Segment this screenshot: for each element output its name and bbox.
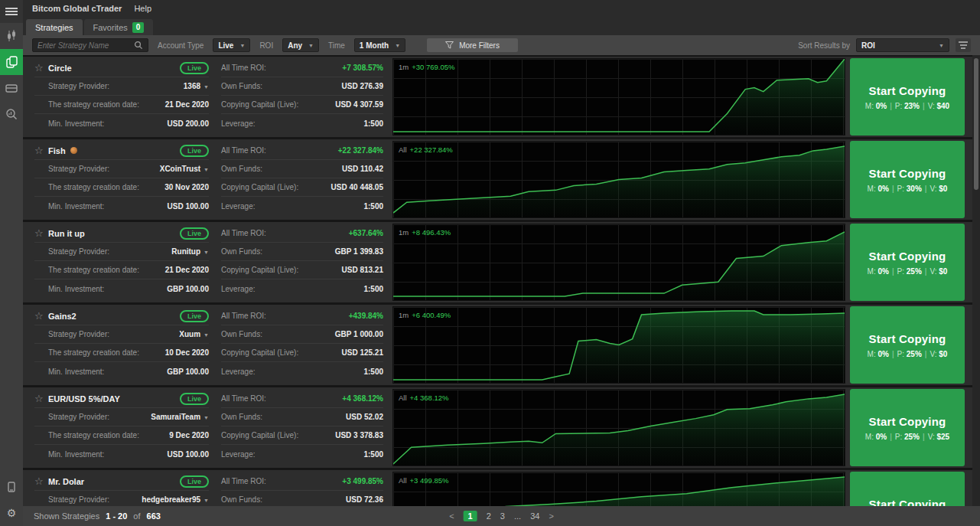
favorite-star-icon[interactable]: ☆	[34, 310, 48, 322]
page-number[interactable]: 3	[500, 511, 505, 521]
creation-date-value: 21 Dec 2020	[165, 266, 209, 274]
analyze-icon[interactable]	[0, 101, 23, 127]
leverage-label: Leverage:	[221, 119, 255, 128]
search-icon[interactable]	[134, 41, 143, 50]
strategy-name[interactable]: Fish	[48, 146, 66, 155]
live-badge: Live	[180, 310, 209, 322]
help-menu-item[interactable]: Help	[134, 4, 151, 13]
trade-icon[interactable]	[0, 23, 23, 49]
device-icon[interactable]	[0, 474, 23, 500]
copying-capital-value: USD 40 448.05	[331, 183, 383, 191]
roi-select[interactable]: Any ▼	[282, 38, 319, 52]
wallet-icon[interactable]	[0, 75, 23, 101]
chart-period-label: 1m	[399, 311, 409, 319]
scrollbar-track[interactable]	[972, 55, 980, 506]
start-copying-label: Start Copying	[869, 415, 946, 428]
strategy-name[interactable]: Mr. Dolar	[48, 477, 84, 486]
provider-dropdown[interactable]: 1368▼	[184, 82, 209, 90]
start-copying-button[interactable]: Start Copying M: 0%|P: 30%|V: $0	[850, 141, 965, 218]
start-copying-label: Start Copying	[869, 167, 946, 180]
copy-trading-icon[interactable]	[0, 49, 23, 75]
strategy-name[interactable]: Circle	[48, 64, 72, 73]
more-filters-button[interactable]: More Filters	[427, 38, 518, 52]
leverage-value: 1:500	[363, 368, 383, 376]
chevron-down-icon: ▼	[939, 43, 944, 48]
page-number[interactable]: 2	[487, 511, 491, 521]
tab-favorites[interactable]: Favorites 0	[84, 19, 154, 35]
account-type-value: Live	[218, 41, 233, 50]
time-select[interactable]: 1 Month ▼	[354, 38, 405, 52]
chart-annotation: All+3 499.85%	[399, 476, 449, 485]
next-page-arrow[interactable]: >	[549, 511, 553, 521]
own-funds-value: USD 110.42	[342, 165, 383, 173]
min-investment-value: GBP 100.00	[167, 368, 209, 376]
provider-dropdown[interactable]: SamuraiTeam▼	[151, 413, 209, 421]
scrollbar-thumb[interactable]	[974, 58, 978, 190]
all-time-roi-value: +637.64%	[349, 229, 383, 237]
live-badge: Live	[180, 393, 209, 405]
start-copying-button[interactable]: Start Copying M: |P: |V:	[850, 472, 965, 506]
equity-sparkline	[393, 59, 845, 135]
sort-order-icon[interactable]	[956, 38, 971, 52]
start-copying-button[interactable]: Start Copying M: 0%|P: 25%|V: $25	[850, 389, 965, 466]
chart-roi-value: +4 368.12%	[410, 394, 449, 402]
start-copying-button[interactable]: Start Copying M: 0%|P: 23%|V: $40	[850, 58, 965, 136]
start-copying-label: Start Copying	[869, 250, 946, 263]
own-funds-label: Own Funds:	[221, 495, 262, 504]
chevron-down-icon: ▼	[239, 43, 245, 48]
page-number[interactable]: 1	[464, 511, 477, 521]
creation-date-label: The strategy creation date:	[48, 431, 139, 439]
leverage-value: 1:500	[363, 450, 383, 459]
provider-dropdown[interactable]: Xuum▼	[179, 330, 209, 338]
sort-results-select[interactable]: ROI ▼	[856, 38, 949, 52]
strategy-card: ☆ EUR/USD 5%/DAY Live Strategy Provider:…	[23, 387, 972, 468]
favorite-star-icon[interactable]: ☆	[34, 145, 48, 156]
start-copying-button[interactable]: Start Copying M: 0%|P: 25%|V: $0	[850, 224, 965, 301]
chart-period-label: 1m	[399, 63, 409, 71]
equity-chart: All+4 368.12%	[392, 389, 845, 466]
strategy-name[interactable]: Gains2	[48, 312, 77, 321]
strategy-name[interactable]: EUR/USD 5%/DAY	[48, 394, 120, 403]
search-input[interactable]	[37, 41, 134, 50]
hamburger-menu-icon[interactable]	[0, 0, 23, 23]
favorite-star-icon[interactable]: ☆	[34, 393, 48, 404]
strategy-card: ☆ Fish Live Strategy Provider: XCoinTrus…	[23, 139, 972, 220]
filter-bar: Account Type Live ▼ ROI Any ▼ Time 1 Mon…	[23, 35, 980, 55]
chart-period-label: All	[399, 145, 407, 154]
creation-date-label: The strategy creation date:	[48, 348, 139, 357]
strategy-info-left: ☆ Fish Live Strategy Provider: XCoinTrus…	[34, 142, 209, 220]
favorite-star-icon[interactable]: ☆	[34, 227, 48, 239]
chart-roi-value: +30 769.05%	[412, 63, 454, 71]
fees-line: M: 0%|P: 30%|V: $0	[868, 185, 948, 193]
tab-strategies[interactable]: Strategies	[26, 19, 83, 35]
min-investment-label: Min. Investment:	[48, 285, 104, 293]
app-title[interactable]: Bitcom Global cTrader	[32, 4, 122, 13]
footer-bar: Shown Strategies1 - 20of663 < 123...34 >	[23, 506, 980, 526]
strategy-info: ☆ Fish Live Strategy Provider: XCoinTrus…	[23, 139, 392, 220]
all-time-roi-value: +439.84%	[349, 312, 383, 320]
favorite-star-icon[interactable]: ☆	[34, 475, 48, 487]
creation-date-value: 30 Nov 2020	[164, 183, 209, 191]
all-time-roi-label: All Time ROI:	[221, 64, 266, 72]
fees-line: M: 0%|P: 23%|V: $40	[865, 102, 949, 110]
provider-dropdown[interactable]: Runitup▼	[171, 247, 209, 256]
start-copying-button[interactable]: Start Copying M: 0%|P: 25%|V: $0	[850, 306, 965, 384]
provider-dropdown[interactable]: XCoinTrust▼	[160, 165, 209, 173]
all-time-roi-value: +3 499.85%	[342, 477, 383, 485]
prev-page-arrow[interactable]: <	[449, 511, 454, 521]
provider-dropdown[interactable]: hedgebreaker95▼	[142, 495, 209, 504]
leverage-value: 1:500	[363, 202, 383, 211]
account-type-select[interactable]: Live ▼	[213, 38, 250, 52]
favorite-star-icon[interactable]: ☆	[34, 62, 48, 74]
settings-gear-icon[interactable]: ⚙	[0, 500, 23, 526]
main-area: Bitcom Global cTrader Help Strategies Fa…	[23, 0, 980, 526]
live-badge: Live	[180, 145, 209, 157]
provider-label: Strategy Provider:	[48, 495, 109, 504]
equity-sparkline	[393, 307, 845, 383]
strategy-name[interactable]: Run it up	[48, 229, 85, 238]
strategy-info-left: ☆ Circle Live Strategy Provider: 1368▼ T…	[34, 59, 209, 137]
own-funds-label: Own Funds:	[221, 413, 262, 421]
all-time-roi-label: All Time ROI:	[221, 477, 266, 485]
page-number[interactable]: 34	[530, 511, 539, 521]
left-sidebar: ⚙	[0, 0, 23, 526]
